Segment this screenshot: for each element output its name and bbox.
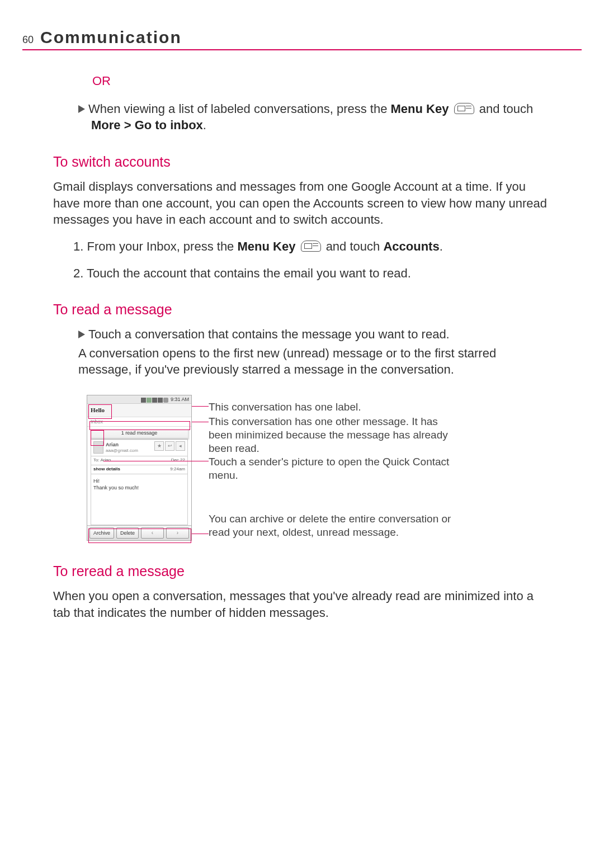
prev-arrow[interactable]: ‹ [141,527,164,539]
convo-subject: Hello [87,404,191,417]
intro-bullet: When viewing a list of labeled conversat… [78,101,551,134]
section-title-switch: To switch accounts [53,153,551,172]
step-1: 1. From your Inbox, press the Menu Key a… [73,238,551,255]
text: . [203,118,206,132]
star-icon[interactable]: ★ [154,441,164,451]
text: When viewing a list of labeled conversat… [88,102,391,116]
text: and touch [323,239,384,253]
callout-3: Touch a sender's picture to open the Qui… [209,455,455,482]
callout-1: This conversation has one label. [209,400,361,414]
switch-steps: 1. From your Inbox, press the Menu Key a… [73,238,551,281]
status-bar: 9:31 AM [87,395,191,404]
message-body: Hi! Thank you so much! [91,474,188,525]
body-line-1: Hi! [93,478,185,484]
reply-icon[interactable]: ↩ [165,441,174,451]
text: From your Inbox, press the [87,239,237,253]
read-bullet: Touch a conversation that contains the m… [78,326,551,378]
callout-4: You can archive or delete the entire con… [209,512,455,539]
bottom-bar: Archive Delete ‹ › [87,525,191,540]
menu-key-label: Menu Key [237,239,295,253]
body-line-2: Thank you so much! [93,484,185,491]
section-title-read: To read a message [53,300,551,319]
read-body: A conversation opens to the first new (u… [78,345,551,378]
read-message-bar[interactable]: 1 read message [91,428,188,438]
bullet-icon [78,105,85,113]
callout-line [192,406,209,407]
status-time: 9:31 AM [171,397,189,402]
bullet-icon [78,331,85,338]
menu-key-label: Menu Key [391,102,449,116]
screenshot-area: 9:31 AM Hello Inbox 1 read message Arian… [87,395,551,543]
text: Touch the account that contains the emai… [87,266,411,280]
switch-body: Gmail displays conversations and message… [53,178,551,228]
archive-button[interactable]: Archive [89,527,114,539]
text: . [440,239,443,253]
content: OR When viewing a list of labeled conver… [53,73,551,621]
more-icon[interactable]: ◂ [176,441,185,451]
header-title: Communication [40,28,182,47]
or-label: OR [92,73,551,89]
page: 60 Communication OR When viewing a list … [0,0,604,664]
callouts: This conversation has one label. This co… [209,395,455,543]
delete-button[interactable]: Delete [116,527,139,539]
reread-body: When you open a conversation, messages t… [53,588,551,621]
avatar[interactable] [93,441,103,454]
callout-line [103,461,209,461]
convo-label: Inbox [87,417,191,427]
message-header: Arian aaa@gmail.com ★ ↩ ◂ [91,439,188,456]
callout-line [192,422,209,422]
section-title-reread: To reread a message [53,562,551,581]
text: and touch [476,102,534,116]
step-2: 2. Touch the account that contains the e… [73,265,551,282]
status-icons [141,396,169,404]
menu-key-icon [454,103,474,114]
text: Touch a conversation that contains the m… [88,327,450,341]
page-header: 60 Communication [22,28,582,50]
accounts-label: Accounts [383,239,439,253]
callout-2: This conversation has one other message.… [209,415,455,455]
more-goto-label: More > Go to inbox [91,118,203,132]
next-arrow[interactable]: › [166,527,189,539]
callout-line [192,534,209,534]
sender-email: aaa@gmail.com [106,448,152,454]
msg-time: 9:24am [170,466,185,473]
phone-screenshot: 9:31 AM Hello Inbox 1 read message Arian… [87,395,192,541]
menu-key-icon [301,240,321,252]
page-number: 60 [22,34,34,46]
sender-name: Arian [106,441,152,448]
show-details[interactable]: show details [93,466,120,473]
message-meta-2: show details 9:24am [91,465,188,474]
